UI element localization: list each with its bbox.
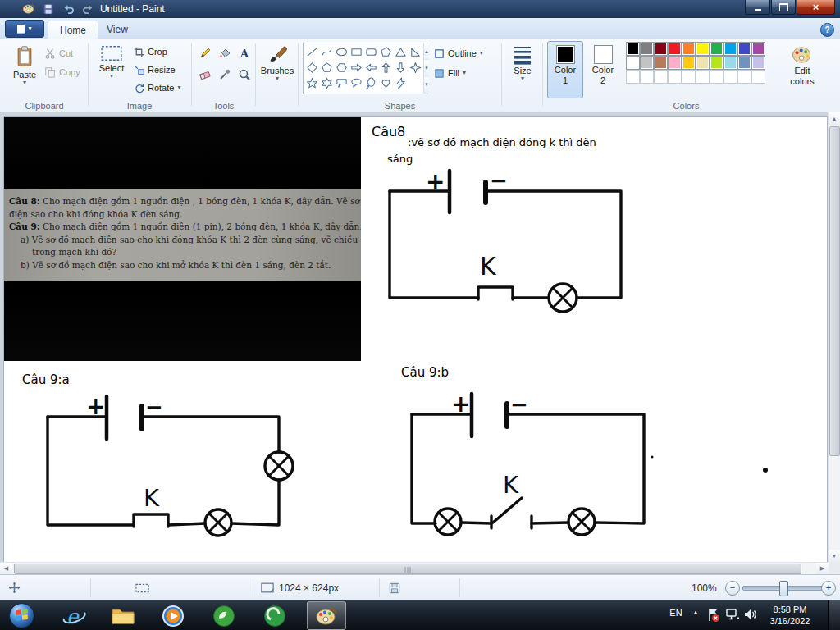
palette-swatch-b97a57[interactable] <box>654 56 668 70</box>
palette-swatch-empty[interactable] <box>724 70 737 84</box>
scroll-up-button[interactable]: ▲ <box>829 112 840 125</box>
palette-swatch-empty[interactable] <box>682 70 696 84</box>
shape-heart[interactable] <box>378 75 393 91</box>
shape-arrow-up[interactable] <box>378 60 393 75</box>
shape-star-5[interactable] <box>304 75 319 91</box>
edit-colors-button[interactable]: Edit colors <box>780 41 824 98</box>
hidden-icons-button[interactable]: ▴ <box>689 608 702 616</box>
palette-swatch-c8bfe7[interactable] <box>751 56 765 70</box>
color2-button[interactable]: Color 2 <box>585 41 621 98</box>
close-button[interactable]: × <box>797 0 835 15</box>
shape-pentagon[interactable] <box>319 60 334 75</box>
taskbar-paint-active[interactable] <box>307 601 346 630</box>
magnifier-tool[interactable] <box>234 64 254 84</box>
palette-swatch-efe4b0[interactable] <box>696 56 710 70</box>
shape-lightning[interactable] <box>393 75 408 91</box>
shape-diamond[interactable] <box>304 60 319 75</box>
vertical-scrollbar[interactable]: ▲ ▼ <box>828 112 840 562</box>
save-button[interactable] <box>41 2 56 16</box>
drawing-canvas[interactable]: Câu 8: Cho mạch điện gồm 1 nguồn điện , … <box>4 117 827 562</box>
palette-swatch-fff200[interactable] <box>696 42 710 56</box>
palette-swatch-b5e61d[interactable] <box>710 56 724 70</box>
fill-with-color-tool[interactable] <box>214 43 235 63</box>
undo-button[interactable] <box>61 2 75 16</box>
volume-tray-button[interactable] <box>743 608 758 621</box>
palette-swatch-3f48cc[interactable] <box>737 42 751 56</box>
palette-swatch-empty[interactable] <box>654 70 668 84</box>
shape-oval[interactable] <box>334 44 349 60</box>
cut-button[interactable]: Cut <box>44 45 73 62</box>
action-center-button[interactable] <box>705 608 720 623</box>
palette-swatch-ffc90e[interactable] <box>682 56 696 70</box>
shape-curve[interactable] <box>319 44 334 60</box>
maximize-button[interactable] <box>771 0 796 15</box>
palette-swatch-ffffff[interactable] <box>626 56 640 70</box>
shape-rectangle[interactable] <box>349 44 363 60</box>
palette-swatch-c3c3c3[interactable] <box>640 56 654 70</box>
start-button[interactable] <box>2 601 41 630</box>
color1-button[interactable]: Color 1 <box>547 41 583 98</box>
outline-button[interactable]: Outline ▾ <box>434 45 483 62</box>
shape-star-4[interactable] <box>408 60 422 75</box>
brushes-button[interactable]: Brushes ▾ <box>258 42 297 82</box>
text-tool[interactable]: A <box>234 43 254 63</box>
shape-triangle[interactable] <box>393 44 408 60</box>
shape-polygon[interactable] <box>378 44 393 60</box>
palette-swatch-a349a4[interactable] <box>751 42 765 56</box>
tab-view[interactable]: View <box>95 21 139 39</box>
palette-swatch-000000[interactable] <box>626 42 640 56</box>
horizontal-scroll-thumb[interactable] <box>14 564 801 574</box>
palette-swatch-empty[interactable] <box>696 70 710 84</box>
horizontal-scrollbar[interactable]: ◀ ▶ <box>0 562 829 575</box>
shape-callout-oval[interactable] <box>349 75 363 91</box>
help-button[interactable]: ? <box>820 23 834 37</box>
shape-star-6[interactable] <box>319 75 334 91</box>
shape-scroll-down-button[interactable]: ▼ <box>424 60 429 76</box>
shape-scroll-up-button[interactable]: ▲ <box>424 43 429 60</box>
palette-swatch-empty[interactable] <box>737 70 751 84</box>
shape-hexagon[interactable] <box>334 60 349 75</box>
shape-arrow-right[interactable] <box>349 60 363 75</box>
taskbar-app-green-1[interactable] <box>204 601 244 630</box>
palette-swatch-22b14c[interactable] <box>710 42 724 56</box>
palette-swatch-empty[interactable] <box>751 70 765 84</box>
palette-swatch-00a2e8[interactable] <box>724 42 737 56</box>
palette-swatch-ffaec9[interactable] <box>668 56 682 70</box>
taskbar-windows-explorer[interactable] <box>103 601 143 630</box>
rotate-button[interactable]: Rotate ▾ <box>134 80 180 96</box>
resize-button[interactable]: Resize <box>134 62 176 78</box>
paint-menu-button[interactable]: ▾ <box>5 20 44 38</box>
crop-button[interactable]: Crop <box>134 43 167 60</box>
scroll-left-button[interactable]: ◀ <box>0 563 12 574</box>
shape-callout-rectangle[interactable] <box>334 75 349 91</box>
palette-swatch-ed1c24[interactable] <box>668 42 682 56</box>
color-picker-tool[interactable] <box>214 64 235 84</box>
scroll-down-button[interactable]: ▼ <box>829 550 840 562</box>
zoom-in-button[interactable]: + <box>821 581 836 596</box>
palette-swatch-880015[interactable] <box>654 42 668 56</box>
palette-swatch-ff7f27[interactable] <box>682 42 696 56</box>
palette-swatch-99d9ea[interactable] <box>724 56 737 70</box>
zoom-slider[interactable] <box>742 586 826 591</box>
shape-callout-cloud[interactable] <box>363 75 378 91</box>
shape-right-triangle[interactable] <box>408 44 422 60</box>
pencil-tool[interactable] <box>194 43 215 63</box>
size-button[interactable]: Size ▾ <box>504 42 541 82</box>
show-desktop-button[interactable] <box>828 600 840 630</box>
shape-arrow-down[interactable] <box>393 60 408 75</box>
eraser-tool[interactable] <box>194 64 215 84</box>
copy-button[interactable]: Copy <box>44 64 80 80</box>
shape-arrow-left[interactable] <box>363 60 378 75</box>
palette-swatch-empty[interactable] <box>710 70 724 84</box>
scroll-right-button[interactable]: ▶ <box>816 563 829 574</box>
taskbar-media-player[interactable] <box>153 601 193 630</box>
zoom-out-button[interactable]: − <box>725 581 740 596</box>
shape-line[interactable] <box>304 44 319 60</box>
network-tray-button[interactable] <box>725 608 740 622</box>
redo-button[interactable] <box>80 2 95 16</box>
select-button[interactable]: Select ▾ <box>92 41 131 80</box>
language-indicator[interactable]: EN <box>666 608 686 618</box>
palette-swatch-empty[interactable] <box>640 70 654 84</box>
taskbar-app-green-2[interactable] <box>255 601 294 630</box>
shape-rounded-rectangle[interactable] <box>363 44 378 60</box>
